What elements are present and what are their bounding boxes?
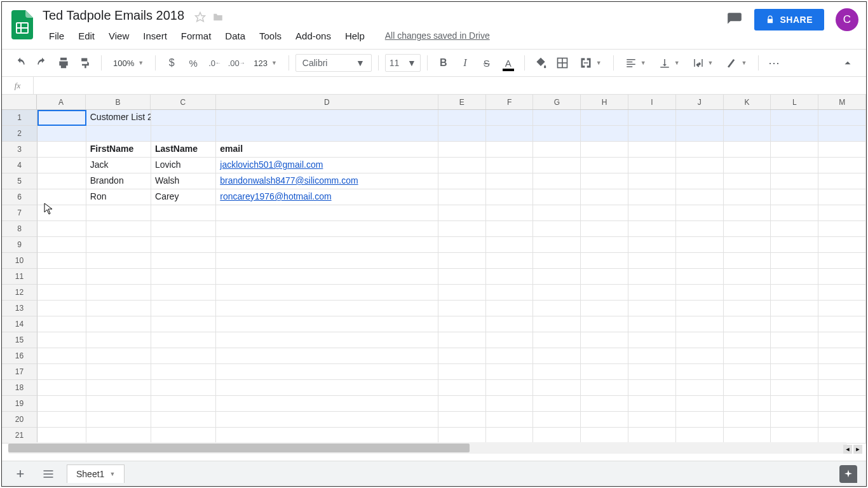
cell-G8[interactable] xyxy=(533,221,581,237)
cell-F4[interactable] xyxy=(486,158,534,173)
bold-button[interactable]: B xyxy=(434,53,453,72)
cell-J14[interactable] xyxy=(676,316,724,332)
cell-C15[interactable] xyxy=(151,332,216,348)
decrease-decimal-button[interactable]: .0← xyxy=(205,53,224,72)
cell-I8[interactable] xyxy=(628,221,676,237)
font-combo[interactable]: Calibri▼ xyxy=(295,54,372,72)
row-header-9[interactable]: 9 xyxy=(2,237,37,253)
cell-F5[interactable] xyxy=(486,173,534,189)
cell-D11[interactable] xyxy=(216,269,438,285)
cell-E4[interactable] xyxy=(438,158,486,173)
cell-F9[interactable] xyxy=(486,237,534,253)
cell-M9[interactable] xyxy=(818,237,866,253)
cell-G2[interactable] xyxy=(533,126,581,142)
cell-C20[interactable] xyxy=(151,412,216,428)
cell-G10[interactable] xyxy=(533,253,581,269)
cell-M3[interactable] xyxy=(818,142,866,158)
row-header-11[interactable]: 11 xyxy=(2,269,37,285)
cell-K9[interactable] xyxy=(724,237,771,253)
cell-B19[interactable] xyxy=(86,396,151,412)
cell-A10[interactable] xyxy=(37,253,86,269)
col-header-C[interactable]: C xyxy=(151,95,215,109)
cell-B15[interactable] xyxy=(86,332,151,348)
merge-button[interactable]: ▼ xyxy=(574,57,607,69)
cell-L20[interactable] xyxy=(771,412,818,428)
cell-J3[interactable] xyxy=(676,142,724,158)
increase-decimal-button[interactable]: .00→ xyxy=(227,53,246,72)
col-header-K[interactable]: K xyxy=(724,95,771,109)
cell-B7[interactable] xyxy=(86,205,151,221)
wrap-button[interactable]: ▼ xyxy=(688,57,719,69)
cell-I5[interactable] xyxy=(628,173,676,189)
cell-K15[interactable] xyxy=(724,332,771,348)
cell-A4[interactable] xyxy=(37,158,86,173)
menu-addons[interactable]: Add-ons xyxy=(289,28,337,44)
cell-I16[interactable] xyxy=(628,348,676,364)
cell-K21[interactable] xyxy=(724,428,771,444)
cell-D18[interactable] xyxy=(216,380,438,396)
cell-M8[interactable] xyxy=(818,221,866,237)
cell-F21[interactable] xyxy=(486,428,534,444)
cell-H15[interactable] xyxy=(581,332,628,348)
account-avatar[interactable]: C xyxy=(836,8,858,31)
col-header-I[interactable]: I xyxy=(628,95,676,109)
cell-I11[interactable] xyxy=(628,269,676,285)
cell-A7[interactable] xyxy=(37,205,86,221)
star-icon[interactable] xyxy=(194,11,207,24)
cell-J16[interactable] xyxy=(676,348,724,364)
cell-F15[interactable] xyxy=(486,332,534,348)
cell-I6[interactable] xyxy=(628,189,676,205)
cell-C5[interactable]: Walsh xyxy=(151,173,216,189)
cell-F2[interactable] xyxy=(486,126,534,142)
cell-B10[interactable] xyxy=(86,253,151,269)
cell-C14[interactable] xyxy=(151,316,216,332)
cell-C13[interactable] xyxy=(151,301,216,316)
cell-C2[interactable] xyxy=(151,126,216,142)
cell-E1[interactable] xyxy=(438,110,486,126)
cell-F18[interactable] xyxy=(486,380,534,396)
row-header-4[interactable]: 4 xyxy=(2,158,37,173)
cell-C19[interactable] xyxy=(151,396,216,412)
cell-F13[interactable] xyxy=(486,301,534,316)
cell-D2[interactable] xyxy=(216,126,438,142)
cell-F11[interactable] xyxy=(486,269,534,285)
cell-J5[interactable] xyxy=(676,173,724,189)
cell-B1[interactable]: Customer List 2018 xyxy=(86,110,151,126)
collapse-toolbar-button[interactable] xyxy=(838,53,857,72)
cell-J13[interactable] xyxy=(676,301,724,316)
cell-H11[interactable] xyxy=(581,269,628,285)
cell-J19[interactable] xyxy=(676,396,724,412)
cell-J12[interactable] xyxy=(676,285,724,301)
cell-E7[interactable] xyxy=(438,205,486,221)
cell-L14[interactable] xyxy=(771,316,818,332)
cell-K20[interactable] xyxy=(724,412,771,428)
cell-M5[interactable] xyxy=(818,173,866,189)
cell-L9[interactable] xyxy=(771,237,818,253)
col-header-B[interactable]: B xyxy=(86,95,151,109)
cell-D17[interactable] xyxy=(216,364,438,380)
cell-D12[interactable] xyxy=(216,285,438,301)
cell-E12[interactable] xyxy=(438,285,486,301)
percent-button[interactable]: % xyxy=(184,53,203,72)
borders-button[interactable] xyxy=(553,53,572,72)
cell-J21[interactable] xyxy=(676,428,724,444)
cell-A18[interactable] xyxy=(37,380,86,396)
cell-M16[interactable] xyxy=(818,348,866,364)
cell-J11[interactable] xyxy=(676,269,724,285)
cell-F10[interactable] xyxy=(486,253,534,269)
cell-B2[interactable] xyxy=(86,126,151,142)
drive-status[interactable]: All changes saved in Drive xyxy=(385,28,490,43)
cell-G15[interactable] xyxy=(533,332,581,348)
cell-B8[interactable] xyxy=(86,221,151,237)
cell-I9[interactable] xyxy=(628,237,676,253)
cell-G6[interactable] xyxy=(533,189,581,205)
currency-button[interactable]: $ xyxy=(162,53,181,72)
cell-I7[interactable] xyxy=(628,205,676,221)
cell-H18[interactable] xyxy=(581,380,628,396)
row-header-2[interactable]: 2 xyxy=(2,126,37,142)
cell-D10[interactable] xyxy=(216,253,438,269)
text-color-button[interactable]: A xyxy=(499,53,518,72)
col-header-F[interactable]: F xyxy=(486,95,534,109)
fill-color-button[interactable] xyxy=(531,53,550,72)
cell-K12[interactable] xyxy=(724,285,771,301)
